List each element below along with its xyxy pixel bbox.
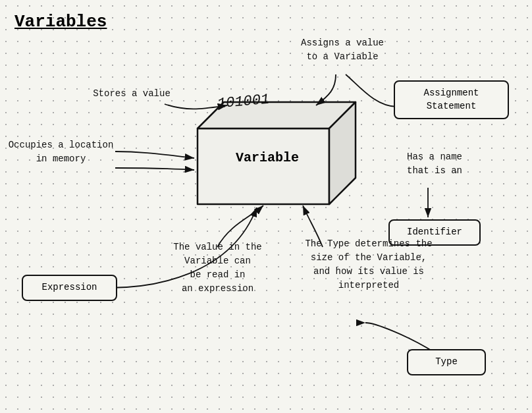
page-title: Variables xyxy=(14,12,107,32)
variable-label: Variable xyxy=(236,150,299,165)
annotation-stores-value: Stores a value xyxy=(79,87,184,101)
binary-display: 101001 xyxy=(217,92,270,113)
assignment-statement-box: Assignment Statement xyxy=(394,80,509,119)
annotation-value-in-variable: The value in theVariable canbe read inan… xyxy=(157,240,279,296)
type-box: Type xyxy=(407,349,486,375)
annotation-has-name: Has a namethat is an xyxy=(382,150,487,178)
annotation-assigns: Assigns a valueto a Variable xyxy=(290,36,395,64)
annotation-occupies: Occupies a locationin memory xyxy=(3,138,119,166)
annotation-type-determines: The Type determines thesize of the Varia… xyxy=(290,237,448,292)
expression-box: Expression xyxy=(22,275,117,301)
